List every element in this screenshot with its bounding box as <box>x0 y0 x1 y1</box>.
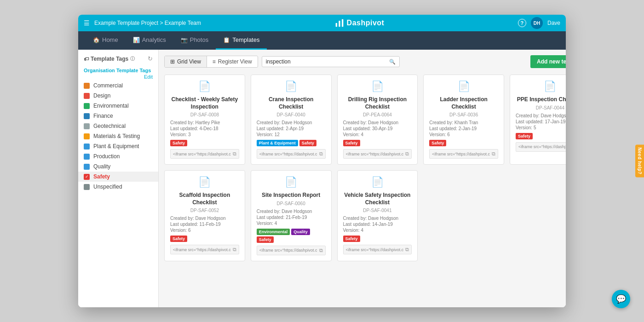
refresh-button[interactable]: ↻ <box>148 55 153 62</box>
card-icon: 📄 <box>170 176 239 188</box>
tag-color-commercial <box>84 83 90 89</box>
card-tags: Safety <box>429 140 498 146</box>
template-card-6[interactable]: 📄 Site Inspection Report DP-SAF-0060 Cre… <box>251 170 332 261</box>
tag-label: Unspecified <box>93 184 122 190</box>
embed-box: <iframe src="https://dashpivot.c ⧉ <box>429 149 498 159</box>
breadcrumb: Example Template Project > Example Team <box>94 20 201 26</box>
tag-label: Materials & Testing <box>93 133 140 139</box>
card-code: DP-SAF-0052 <box>170 208 239 213</box>
search-input[interactable] <box>266 58 387 65</box>
org-tags-section: Organisation Template Tags Edit <box>78 66 158 77</box>
template-card-2[interactable]: 📄 Drilling Rig Inspection Checklist DP-P… <box>337 75 418 165</box>
svg-rect-1 <box>339 21 340 27</box>
template-card-5[interactable]: 📄 Scaffold Inspection Checklist DP-SAF-0… <box>164 170 245 261</box>
card-updated: Last updated: 2-Apr-19 <box>257 126 326 131</box>
help-tab[interactable]: Need help? <box>635 145 644 178</box>
toolbar: ⊞ Grid View ≡ Register View 🔍 Add new te… <box>164 55 566 68</box>
card-updated: Last updated: 4-Dec-18 <box>170 126 239 131</box>
view-toggle: ⊞ Grid View ≡ Register View <box>164 56 258 68</box>
copy-icon[interactable]: ⧉ <box>405 151 409 157</box>
badge-plant: Plant & Equipment <box>257 140 298 146</box>
grid-icon: ⊞ <box>170 58 175 65</box>
nav-item-templates[interactable]: 📋 Templates <box>216 31 267 50</box>
tag-label: Finance <box>93 113 113 119</box>
badge-safety: Safety <box>343 140 360 146</box>
hamburger-icon[interactable]: ☰ <box>84 19 90 27</box>
tag-item-geotechnical[interactable]: Geotechnical <box>78 121 158 131</box>
copy-icon[interactable]: ⧉ <box>233 151 236 157</box>
tag-color-unspecified <box>84 184 90 190</box>
card-tags: Safety <box>170 140 239 146</box>
badge-safety: Safety <box>429 140 446 146</box>
chat-button[interactable]: 💬 <box>612 290 630 308</box>
card-version: Version: 6 <box>429 132 498 137</box>
sidebar-header: 🏷 Template Tags ⓘ ↻ <box>78 55 158 66</box>
embed-text: <iframe src="https://dashpivot.c <box>346 247 404 252</box>
avatar: DH <box>531 17 543 29</box>
card-tags: Safety <box>343 140 412 146</box>
card-code: DP-SAF-0040 <box>257 112 326 117</box>
tag-color-materials <box>84 133 90 139</box>
edit-link[interactable]: Edit <box>144 74 153 80</box>
card-code: DP-SAF-0041 <box>343 208 412 213</box>
embed-box: <iframe src="https://dashpivot.c ⧉ <box>257 149 326 159</box>
card-icon: 📄 <box>257 176 326 188</box>
embed-text: <iframe src="https://dashpivot.c <box>346 152 404 156</box>
badge-safety: Safety <box>299 140 316 146</box>
sidebar: 🏷 Template Tags ⓘ ↻ Organisation Templat… <box>78 50 159 307</box>
home-icon: 🏠 <box>93 37 100 43</box>
grid-view-button[interactable]: ⊞ Grid View <box>165 56 207 67</box>
tag-item-finance[interactable]: Finance <box>78 111 158 121</box>
template-card-4[interactable]: 📄 PPE Inspection Checklist DP-SAF-0044 C… <box>510 75 566 165</box>
search-icon: 🔍 <box>389 59 396 65</box>
top-bar-right: ? DH Dave <box>518 17 560 29</box>
tag-item-quality[interactable]: Quality <box>78 161 158 172</box>
card-version: Version: 4 <box>343 228 412 233</box>
templates-icon: 📋 <box>223 37 230 43</box>
nav-item-photos[interactable]: 📷 Photos <box>173 31 216 50</box>
copy-icon[interactable]: ⧉ <box>405 247 409 253</box>
embed-text: <iframe src="https://dashpivot.c <box>259 152 317 156</box>
tag-item-production[interactable]: Production <box>78 151 158 161</box>
copy-icon[interactable]: ⧉ <box>492 151 495 157</box>
add-template-button[interactable]: Add new template <box>530 55 566 68</box>
main-content: 🏷 Template Tags ⓘ ↻ Organisation Templat… <box>78 50 566 307</box>
copy-icon[interactable]: ⧉ <box>233 247 236 253</box>
embed-text: <iframe src="https://dashpivot.c <box>432 152 490 156</box>
nav-item-analytics[interactable]: 📊 Analytics <box>126 31 173 50</box>
tag-item-environmental[interactable]: Environmental <box>78 101 158 111</box>
copy-icon[interactable]: ⧉ <box>319 151 323 157</box>
template-card-0[interactable]: 📄 Checklist - Weekly Safety Inspection D… <box>164 75 245 165</box>
badge-safety: Safety <box>170 236 187 242</box>
copy-icon[interactable]: ⧉ <box>319 247 323 253</box>
register-view-button[interactable]: ≡ Register View <box>207 56 258 67</box>
user-name: Dave <box>547 20 560 26</box>
tag-item-materials[interactable]: Materials & Testing <box>78 131 158 141</box>
card-icon: 📄 <box>170 80 239 92</box>
top-bar-left: ☰ Example Template Project > Example Tea… <box>84 19 201 27</box>
embed-box: <iframe src="https://dashpivot.c ⧉ <box>170 245 239 254</box>
tag-item-unspecified[interactable]: Unspecified <box>78 182 158 192</box>
tag-item-design[interactable]: Design <box>78 91 158 101</box>
tag-item-plant[interactable]: Plant & Equipment <box>78 141 158 151</box>
template-card-1[interactable]: 📄 Crane Inspection Checklist DP-SAF-0040… <box>251 75 332 165</box>
tag-color-plant <box>84 144 90 150</box>
card-created: Created by: Khanh Tran <box>429 120 498 125</box>
card-created: Created by: Dave Hodgson <box>516 113 566 118</box>
card-icon: 📄 <box>429 80 498 92</box>
tag-item-commercial[interactable]: Commercial <box>78 80 158 91</box>
card-tags: Safety <box>170 236 239 242</box>
nav-item-home[interactable]: 🏠 Home <box>86 31 126 50</box>
template-card-3[interactable]: 📄 Ladder Inspection Checklist DP-SAF-003… <box>423 75 504 165</box>
tag-item-safety[interactable]: Safety <box>78 172 158 182</box>
card-version: Version: 5 <box>516 125 566 130</box>
nav-bar: 🏠 Home 📊 Analytics 📷 Photos 📋 Templates <box>78 31 566 50</box>
help-icon[interactable]: ? <box>518 19 526 27</box>
embed-box: <iframe src="https://dashpivot.c ⧉ <box>343 149 412 159</box>
logo-icon <box>335 18 344 28</box>
card-version: Version: 6 <box>170 228 239 233</box>
template-card-7[interactable]: 📄 Vehicle Safety Inspection Checklist DP… <box>337 170 418 261</box>
embed-text: <iframe src="https://dashpivot.c <box>259 248 317 253</box>
card-created: Created by: Dave Hodgson <box>343 216 412 221</box>
analytics-icon: 📊 <box>133 37 140 43</box>
